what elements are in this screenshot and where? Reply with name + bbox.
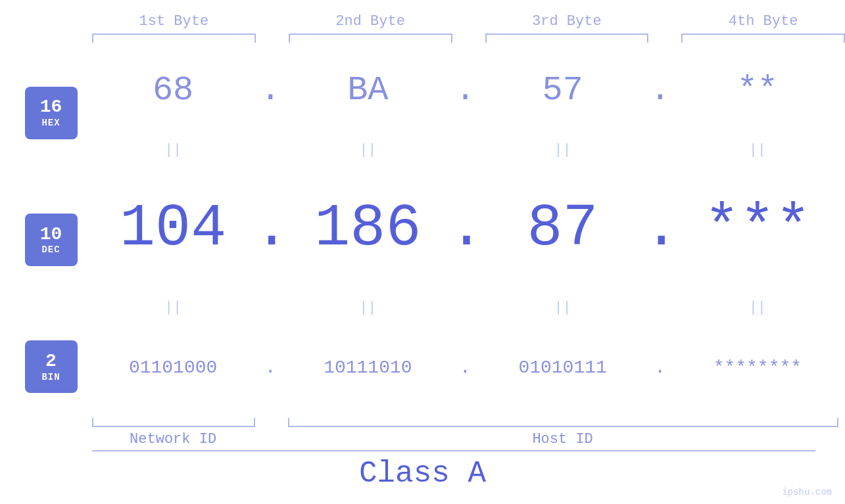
- eq-1-2: ||: [287, 137, 448, 162]
- dec-val-3: 87: [482, 199, 644, 258]
- hex-val-2: BA: [287, 71, 448, 110]
- sep-hex-2: .: [449, 71, 482, 110]
- main-layout: 1st Byte 2nd Byte 3rd Byte 4th Byte 16 H…: [0, 0, 845, 504]
- hex-val-4: **: [677, 71, 838, 110]
- sep-bin-3: .: [644, 357, 677, 378]
- data-section: 16 HEX 10 DEC 2 BIN 68 . BA . 57 . **: [0, 43, 845, 450]
- bin-val-3: 01010111: [482, 357, 644, 378]
- dec-badge: 10 DEC: [25, 214, 78, 266]
- eq-1-4: ||: [677, 137, 838, 162]
- bottom-brackets: [92, 418, 838, 427]
- bin-val-4: ********: [677, 357, 838, 378]
- badge-column: 16 HEX 10 DEC 2 BIN: [0, 43, 92, 450]
- network-id-label: Network ID: [92, 431, 254, 447]
- bracket-host-start: [288, 418, 450, 427]
- eq-2-3: ||: [482, 296, 644, 321]
- eq-1-1: ||: [92, 137, 254, 162]
- header-byte1: 1st Byte: [92, 13, 256, 30]
- eq-2-4: ||: [677, 296, 838, 321]
- bin-val-2: 10111010: [287, 357, 448, 378]
- sep-dec-1: .: [254, 199, 287, 258]
- sep-bin-1: .: [254, 357, 287, 378]
- hex-val-1: 68: [92, 71, 254, 110]
- hex-row: 68 . BA . 57 . **: [92, 43, 838, 137]
- bin-badge: 2 BIN: [25, 340, 78, 393]
- bin-val-1: 01101000: [92, 357, 254, 378]
- top-brackets: [0, 34, 845, 43]
- dec-val-4: ***: [677, 199, 838, 258]
- bin-row: 01101000 . 10111010 . 01010111 . *******…: [92, 321, 838, 415]
- dec-val-2: 186: [287, 199, 448, 258]
- data-column: 68 . BA . 57 . ** || || || || 104: [92, 43, 845, 450]
- sep-hex-3: .: [644, 71, 677, 110]
- eq-2-1: ||: [92, 296, 254, 321]
- bracket-host-mid2: [483, 418, 644, 427]
- bracket-top-2: [289, 34, 452, 43]
- eq-1-3: ||: [482, 137, 644, 162]
- bracket-host-end: [677, 418, 838, 427]
- class-label: Class A: [359, 457, 486, 491]
- hex-badge: 16 HEX: [25, 87, 78, 139]
- eq-2-2: ||: [287, 296, 448, 321]
- sep-bin-2: .: [449, 357, 482, 378]
- eq-row-1: || || || ||: [92, 137, 838, 162]
- sep-hex-1: .: [254, 71, 287, 110]
- bracket-net-1: [92, 418, 255, 427]
- class-section: Class A: [0, 450, 845, 504]
- header-byte2: 2nd Byte: [289, 13, 452, 30]
- host-id-label: Host ID: [482, 431, 644, 447]
- bracket-host-mid1: [450, 418, 483, 427]
- eq-row-2: || || || ||: [92, 296, 838, 321]
- sep-dec-2: .: [449, 199, 482, 258]
- bracket-top-4: [681, 34, 845, 43]
- bracket-top-1: [92, 34, 256, 43]
- sep-dec-3: .: [644, 199, 677, 258]
- header-byte4: 4th Byte: [681, 13, 845, 30]
- class-bracket-line: [92, 450, 815, 451]
- bracket-top-3: [485, 34, 649, 43]
- id-labels-row: Network ID Host ID: [92, 431, 838, 447]
- dec-row: 104 . 186 . 87 . ***: [92, 162, 838, 295]
- hex-val-3: 57: [482, 71, 644, 110]
- headers-row: 1st Byte 2nd Byte 3rd Byte 4th Byte: [0, 0, 845, 30]
- watermark: ipshu.com: [782, 487, 832, 497]
- bracket-host-mid3: [644, 418, 677, 427]
- dec-val-1: 104: [92, 199, 254, 258]
- header-byte3: 3rd Byte: [485, 13, 649, 30]
